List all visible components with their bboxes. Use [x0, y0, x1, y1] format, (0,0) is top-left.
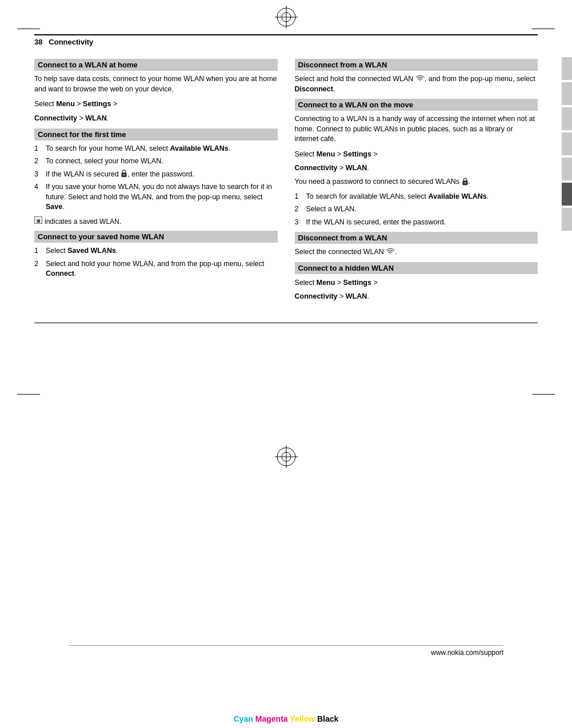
tab-5 [562, 158, 572, 180]
move-select2: Connectivity > WLAN. [295, 163, 538, 174]
wifi-icon-2 [386, 248, 395, 255]
lock-icon [121, 170, 127, 178]
list-item: 4 If you save your home WLAN, you do not… [34, 182, 278, 212]
tab-7 [562, 208, 572, 231]
section-header-first-time: Connect for the first time [34, 128, 278, 140]
wifi-icon-1 [415, 75, 425, 82]
hidden-select1: Select Menu > Settings > [295, 277, 538, 288]
page-number: 38 [34, 38, 42, 46]
first-time-list: 1 To search for your home WLAN, select A… [34, 144, 278, 212]
page-section: Connectivity [49, 38, 93, 46]
corner-mark-tr [532, 29, 555, 29]
svg-point-5 [123, 174, 125, 175]
move-select1: Select Menu > Settings > [295, 149, 538, 160]
two-column-layout: Connect to a WLAN at home To help save d… [34, 59, 538, 305]
list-item: 2 Select and hold your home WLAN, and fr… [34, 259, 278, 279]
cmyk-bar: Cyan Magenta Yellow Black [234, 714, 339, 723]
need-password-text: You need a password to connect to secure… [295, 177, 538, 187]
list-item: 2 Select a WLAN. [295, 204, 538, 215]
right-column: Disconnect from a WLAN Select and hold t… [295, 59, 538, 305]
home-body: To help save data costs, connect to your… [34, 74, 278, 94]
cmyk-yellow: Yellow [290, 714, 315, 723]
list-item: 2 To connect, select your home WLAN. [34, 156, 278, 167]
tab-3 [562, 107, 572, 130]
saved-wlan-list: 1 Select Saved WLANs. 2 Select and hold … [34, 246, 278, 279]
disconnect2-body: Select the connected WLAN . [295, 247, 538, 258]
svg-point-7 [465, 182, 466, 183]
cmyk-cyan: Cyan [234, 714, 253, 723]
tab-1 [562, 57, 572, 80]
tab-2 [562, 82, 572, 105]
cmyk-magenta: Magenta [255, 714, 288, 723]
registration-mark-bottom [275, 445, 298, 470]
icon-note: ▩ indicates a saved WLAN. [34, 217, 278, 227]
section-header-disconnect1: Disconnect from a WLAN [295, 59, 538, 71]
hidden-select2: Connectivity > WLAN. [295, 291, 538, 302]
section-header-move: Connect to a WLAN on the move [295, 99, 538, 111]
saved-wlan-icon: ▩ [34, 216, 42, 224]
list-item: 1 To search for your home WLAN, select A… [34, 144, 278, 154]
move-body: Connecting to a WLAN is a handy way of a… [295, 114, 538, 144]
disconnect1-body: Select and hold the connected WLAN , and… [295, 74, 538, 94]
list-item: 3 If the WLAN is secured , enter the pas… [34, 170, 278, 180]
tab-6-active [562, 183, 572, 206]
home-select2: Connectivity > WLAN. [34, 113, 278, 124]
move-list: 1 To search for available WLANs, select … [295, 192, 538, 228]
list-item: 3 If the WLAN is secured, enter the pass… [295, 218, 538, 228]
page-content: 38 Connectivity Connect to a WLAN at hom… [34, 34, 538, 682]
section-header-saved-wlan: Connect to your saved home WLAN [34, 231, 278, 243]
tab-marks [562, 57, 572, 233]
page-footer: www.nokia.com/support [69, 645, 503, 657]
section-header-disconnect2: Disconnect from a WLAN [295, 232, 538, 244]
footer-url: www.nokia.com/support [431, 649, 503, 657]
corner-mark-tl [17, 29, 40, 29]
list-item: 1 To search for available WLANs, select … [295, 192, 538, 202]
footer-divider [34, 323, 538, 323]
home-select1: Select Menu > Settings > [34, 99, 278, 110]
left-column: Connect to a WLAN at home To help save d… [34, 59, 278, 305]
lock-icon-2 [462, 178, 469, 186]
section-header-home: Connect to a WLAN at home [34, 59, 278, 71]
list-item: 1 Select Saved WLANs. [34, 246, 278, 256]
tab-4 [562, 132, 572, 155]
registration-mark-top [275, 6, 298, 30]
page-header: 38 Connectivity [34, 34, 538, 52]
cmyk-black: Black [317, 714, 338, 723]
section-header-hidden: Connect to a hidden WLAN [295, 262, 538, 274]
